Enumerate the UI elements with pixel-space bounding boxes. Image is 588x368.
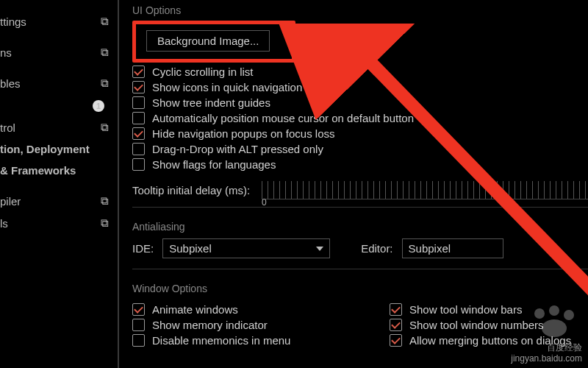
sidebar-item[interactable]: ns⧉: [0, 41, 113, 63]
checkbox-label: Show icons in quick navigation: [152, 81, 302, 93]
checkbox[interactable]: [132, 143, 145, 155]
checkbox-option[interactable]: Show flags for languages: [132, 158, 588, 171]
sidebar-item[interactable]: [0, 32, 113, 41]
checkbox[interactable]: [132, 112, 145, 124]
checkbox-option[interactable]: Show memory indicator: [132, 319, 331, 331]
annotation-highlight: Background Image...: [132, 21, 295, 63]
section-antialiasing: Antialiasing: [132, 221, 588, 233]
checkbox-option[interactable]: Automatically position mouse cursor on d…: [132, 112, 588, 124]
copy-icon: ⧉: [101, 15, 109, 28]
checkbox-option[interactable]: Drag-n-Drop with ALT pressed only: [132, 143, 588, 155]
checkbox-option[interactable]: Hide navigation popups on focus loss: [132, 127, 588, 140]
checkbox-label: Show memory indicator: [152, 319, 268, 331]
sidebar-item[interactable]: tion, Deployment: [0, 138, 113, 160]
copy-icon: ⧉: [101, 46, 109, 59]
divider: [132, 207, 588, 208]
sidebar-item[interactable]: & Frameworks: [0, 160, 113, 181]
ide-antialiasing-select[interactable]: Subpixel: [162, 238, 330, 258]
checkbox-label: Show tree indent guides: [152, 96, 270, 109]
tooltip-delay-slider[interactable]: 0: [262, 181, 588, 199]
checkbox[interactable]: [132, 319, 145, 331]
sidebar-item[interactable]: piler⧉: [0, 190, 113, 212]
checkbox[interactable]: [132, 303, 145, 316]
copy-icon: ⧉: [101, 121, 109, 134]
tooltip-delay-label: Tooltip initial delay (ms):: [132, 184, 250, 197]
checkbox-label: Cyclic scrolling in list: [152, 66, 254, 78]
sidebar-item[interactable]: bles⧉: [0, 72, 113, 94]
checkbox-option[interactable]: Animate windows: [132, 303, 331, 316]
chevron-down-icon: [316, 247, 323, 251]
main-panel: UI Options Background Image... Cyclic sc…: [118, 0, 588, 368]
editor-label: Editor:: [361, 242, 392, 255]
section-ui-options: UI Options: [132, 4, 588, 16]
sidebar-item[interactable]: ls⧉: [0, 212, 113, 234]
checkbox[interactable]: [390, 303, 402, 316]
checkbox[interactable]: [390, 319, 402, 331]
checkbox-label: Hide navigation popups on focus loss: [152, 127, 335, 140]
copy-icon: ⧉: [101, 194, 109, 208]
sidebar: ttings⧉ ns⧉ bles⧉ 1 trol⧉ tion, Deployme…: [0, 0, 118, 368]
checkbox-option[interactable]: Disable mnemonics in menu: [132, 334, 331, 347]
checkbox[interactable]: [390, 334, 402, 347]
checkbox[interactable]: [132, 334, 145, 347]
background-image-button[interactable]: Background Image...: [146, 30, 270, 52]
section-window-options: Window Options: [132, 283, 588, 294]
checkbox-label: Automatically position mouse cursor on d…: [152, 112, 414, 124]
sidebar-item[interactable]: [0, 63, 113, 72]
checkbox-option[interactable]: Cyclic scrolling in list: [132, 66, 588, 78]
copy-icon: ⧉: [101, 77, 109, 90]
checkbox-label: Show flags for languages: [152, 158, 276, 171]
watermark: 百度经验jingyan.baidu.com: [511, 342, 582, 364]
checkbox-label: Drag-n-Drop with ALT pressed only: [152, 143, 323, 155]
editor-antialiasing-select[interactable]: Subpixel: [402, 238, 503, 258]
checkbox[interactable]: [132, 96, 145, 109]
svg-point-2: [549, 305, 559, 316]
sidebar-item[interactable]: ttings⧉: [0, 10, 113, 32]
checkbox-label: Animate windows: [152, 303, 238, 316]
sidebar-item[interactable]: trol⧉: [0, 116, 113, 138]
badge: 1: [93, 100, 104, 112]
svg-point-4: [542, 319, 567, 337]
checkbox[interactable]: [132, 66, 145, 78]
divider: [132, 269, 588, 269]
checkbox-option[interactable]: Show tree indent guides: [132, 96, 588, 109]
copy-icon: ⧉: [101, 216, 109, 230]
checkbox[interactable]: [132, 81, 145, 93]
ide-label: IDE:: [132, 242, 154, 255]
checkbox[interactable]: [132, 158, 145, 171]
checkbox-label: Show tool window numbers: [409, 319, 544, 331]
sidebar-item: [0, 181, 113, 190]
svg-point-3: [564, 310, 574, 320]
sidebar-item[interactable]: 1: [0, 94, 113, 116]
checkbox[interactable]: [132, 127, 145, 140]
checkbox-label: Show tool window bars: [409, 303, 522, 316]
checkbox-option[interactable]: Show icons in quick navigation: [132, 81, 588, 93]
checkbox-label: Disable mnemonics in menu: [152, 334, 290, 347]
watermark-paw-icon: [529, 305, 581, 339]
svg-point-1: [534, 308, 545, 319]
